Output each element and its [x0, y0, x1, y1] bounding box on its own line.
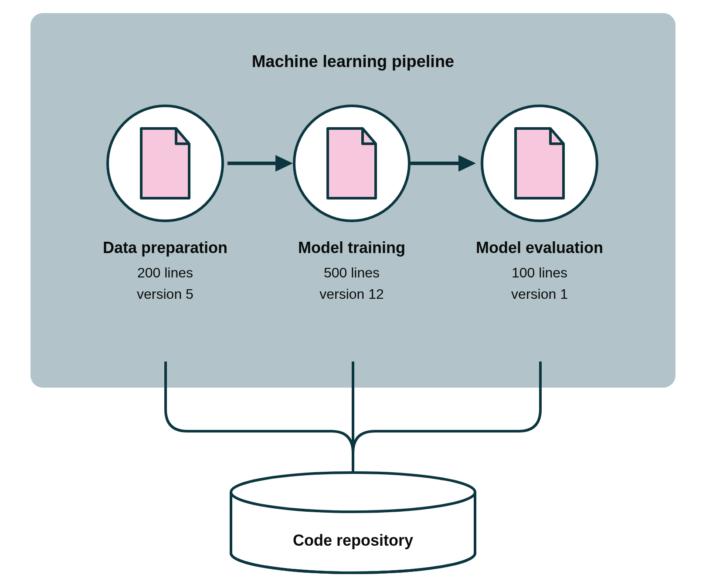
stage-lines: 100 lines	[512, 265, 567, 281]
stage-circle	[293, 105, 411, 222]
stage-circle	[481, 105, 598, 222]
stage-name: Model evaluation	[476, 239, 603, 257]
stage-model-evaluation: Model evaluation 100 lines version 1	[476, 105, 603, 302]
document-icon	[511, 126, 568, 200]
document-icon	[137, 126, 193, 200]
stage-version: version 1	[511, 286, 568, 302]
stage-data-preparation: Data preparation 200 lines version 5	[103, 105, 227, 302]
arrow-icon	[411, 105, 476, 222]
stage-model-training: Model training 500 lines version 12	[293, 105, 411, 302]
pipeline-stages-row: Data preparation 200 lines version 5 Mod…	[31, 105, 675, 302]
svg-marker-3	[458, 155, 476, 172]
svg-marker-1	[275, 155, 293, 172]
stage-version: version 12	[319, 286, 384, 302]
pipeline-title: Machine learning pipeline	[31, 52, 675, 71]
stage-circle	[106, 105, 224, 222]
arrow-icon	[227, 105, 293, 222]
merge-connector	[0, 362, 706, 588]
pipeline-panel: Machine learning pipeline Data preparati…	[31, 13, 675, 388]
stage-name: Data preparation	[103, 239, 227, 257]
document-icon	[323, 126, 380, 200]
stage-lines: 200 lines	[137, 265, 193, 281]
stage-version: version 5	[137, 286, 193, 302]
database-icon	[231, 473, 475, 573]
repository-label: Code repository	[0, 531, 706, 550]
stage-name: Model training	[298, 239, 405, 257]
stage-lines: 500 lines	[324, 265, 380, 281]
